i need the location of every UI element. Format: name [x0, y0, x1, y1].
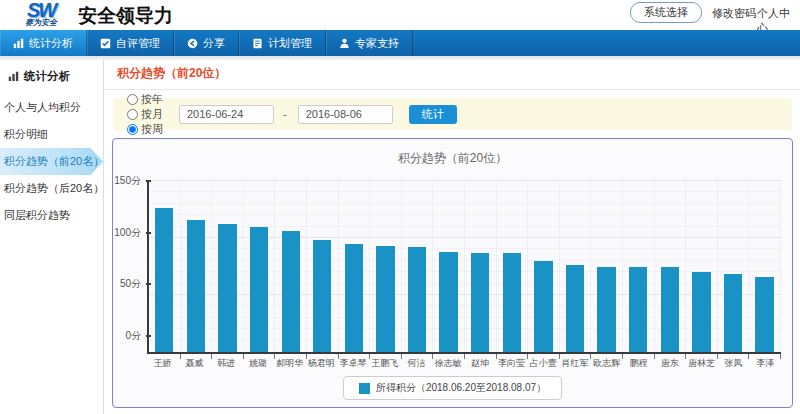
period-radio-2[interactable]: 按月 [127, 107, 163, 122]
sidebar-header-label: 统计分析 [24, 69, 70, 84]
y-axis: 0分50分100分150分 [113, 181, 145, 336]
y-tick-label-50: 50分 [120, 277, 141, 291]
period-radio-input[interactable] [127, 94, 138, 105]
bar-slot-17 [655, 181, 687, 352]
date-from-input[interactable] [179, 105, 274, 124]
bar-张凤[interactable] [724, 274, 742, 352]
x-label-18: 唐林芝 [686, 354, 718, 370]
bar-slot-14 [560, 181, 592, 352]
bar-slot-20 [749, 181, 781, 352]
statistics-submit-button[interactable]: 统计 [409, 105, 457, 124]
nav-tab-label: 统计分析 [29, 36, 73, 51]
y-tick-label-100: 100分 [114, 226, 141, 240]
sidebar-item-4[interactable]: 积分趋势（后20名） [0, 175, 103, 202]
legend-swatch-icon [359, 383, 370, 394]
x-label-6: 杨君明 [306, 354, 338, 370]
checklist-icon [100, 38, 111, 49]
bar-slot-13 [528, 181, 560, 352]
sidebar-items: 个人与人均积分积分明细积分趋势（前20名）积分趋势（后20名）同层积分趋势 [0, 94, 103, 229]
bar-slot-12 [497, 181, 529, 352]
bar-何洁[interactable] [408, 247, 426, 352]
bar-鹏程[interactable] [629, 267, 647, 353]
x-label-9: 何洁 [401, 354, 433, 370]
page-title: 积分趋势（前20位） [105, 60, 800, 90]
legend-row: 所得积分（2018.06.20至2018.08.07） [113, 376, 792, 400]
date-to-input[interactable] [298, 105, 393, 124]
bar-chart-icon [13, 38, 24, 49]
sidebar-item-5[interactable]: 同层积分趋势 [0, 202, 103, 229]
x-label-5: 郝明华 [274, 354, 306, 370]
bar-杨君明[interactable] [313, 240, 331, 352]
legend-item[interactable]: 所得积分（2018.06.20至2018.08.07） [343, 376, 562, 400]
bar-王鹏飞[interactable] [376, 246, 394, 352]
nav-tab-2[interactable]: 自评管理 [87, 30, 174, 56]
period-radio-input[interactable] [127, 109, 138, 120]
period-radio-1[interactable]: 按年 [127, 92, 163, 107]
bar-王娇[interactable] [155, 208, 173, 352]
x-label-4: 姚璐 [242, 354, 274, 370]
y-tick-label-0: 0分 [125, 329, 141, 343]
period-radio-label: 按周 [141, 122, 163, 137]
bar-欧志辉[interactable] [597, 267, 615, 353]
period-radio-input[interactable] [127, 124, 138, 135]
sidebar-item-3[interactable]: 积分趋势（前20名） [0, 148, 103, 175]
sidebar-item-2[interactable]: 积分明细 [0, 121, 103, 148]
header: SW 赛为安全 安全领导力 系统选择 修改密码 个人中心 [0, 0, 800, 30]
bar-slot-15 [591, 181, 623, 352]
main-content: 积分趋势（前20位） 按年按月按周 - 统计 积分趋势（前20位） 0分50分1… [105, 60, 800, 414]
nav-tab-5[interactable]: 专家支持 [326, 30, 413, 56]
nav-tab-4[interactable]: 计划管理 [239, 30, 326, 56]
bar-韩进[interactable] [218, 224, 236, 352]
y-tick-label-150: 150分 [114, 174, 141, 188]
period-radio-3[interactable]: 按周 [127, 122, 163, 137]
change-password-link[interactable]: 修改密码 [712, 6, 756, 21]
bar-slot-9 [402, 181, 434, 352]
bar-唐东[interactable] [661, 267, 679, 353]
chart-plot: 0分50分100分150分 [147, 181, 781, 354]
expert-icon [339, 38, 350, 49]
bar-肖红军[interactable] [566, 265, 584, 352]
x-label-2: 聂威 [179, 354, 211, 370]
company-logo[interactable]: SW 赛为安全 [12, 1, 70, 27]
app-title: 安全领导力 [78, 3, 173, 29]
bar-李向莹[interactable] [503, 253, 521, 352]
bar-李泽[interactable] [755, 277, 773, 352]
x-label-20: 李泽 [749, 354, 781, 370]
bar-李卓琴[interactable] [345, 244, 363, 352]
share-icon [187, 38, 198, 49]
bar-郝明华[interactable] [282, 231, 300, 352]
sidebar-header: 统计分析 [0, 60, 103, 94]
bar-徐志敏[interactable] [439, 252, 457, 352]
bar-占小壹[interactable] [534, 261, 552, 352]
sidebar: 统计分析 个人与人均积分积分明细积分趋势（前20名）积分趋势（后20名）同层积分… [0, 60, 104, 414]
x-label-10: 徐志敏 [432, 354, 464, 370]
bar-唐林芝[interactable] [692, 272, 710, 352]
x-label-13: 占小壹 [527, 354, 559, 370]
bar-赵坤[interactable] [471, 253, 489, 352]
x-label-14: 肖红军 [559, 354, 591, 370]
sidebar-item-1[interactable]: 个人与人均积分 [0, 94, 103, 121]
nav-tab-label: 自评管理 [116, 36, 160, 51]
bar-聂威[interactable] [187, 220, 205, 352]
x-label-19: 张凤 [718, 354, 750, 370]
period-radio-label: 按月 [141, 107, 163, 122]
x-label-11: 赵坤 [464, 354, 496, 370]
date-range-separator: - [283, 108, 287, 120]
bar-slot-10 [433, 181, 465, 352]
bar-slot-16 [623, 181, 655, 352]
nav-tab-3[interactable]: 分享 [174, 30, 239, 56]
main-nav: 统计分析自评管理分享计划管理专家支持 [0, 30, 800, 56]
nav-tab-1[interactable]: 统计分析 [0, 30, 87, 56]
nav-tab-label: 计划管理 [268, 36, 312, 51]
bar-slot-8 [370, 181, 402, 352]
bar-姚璐[interactable] [250, 227, 268, 352]
logo-sw-icon: SW [12, 1, 70, 19]
plan-icon [252, 38, 263, 49]
x-label-8: 王鹏飞 [369, 354, 401, 370]
bar-slot-11 [465, 181, 497, 352]
system-select-button[interactable]: 系统选择 [630, 2, 702, 23]
logo-subtext: 赛为安全 [12, 19, 70, 27]
bar-slot-2 [181, 181, 213, 352]
legend-label: 所得积分（2018.06.20至2018.08.07） [376, 381, 546, 395]
chart-panel: 积分趋势（前20位） 0分50分100分150分 王娇聂威韩进姚璐郝明华杨君明李… [112, 138, 793, 408]
